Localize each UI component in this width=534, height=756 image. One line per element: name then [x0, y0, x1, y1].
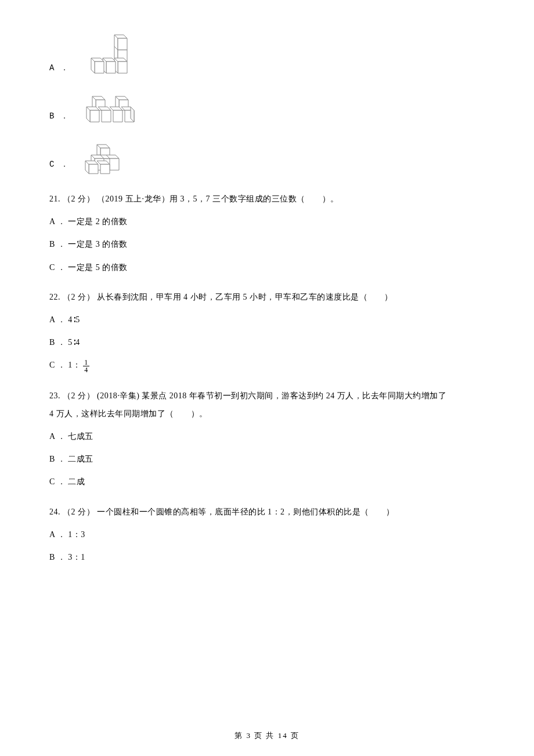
q20-option-a[interactable]: A ．: [49, 34, 508, 79]
q23-stem: 23. （2 分） (2018·辛集) 某景点 2018 年春节初一到初六期间，…: [49, 388, 482, 421]
q23-stem-line1: 23. （2 分） (2018·辛集) 某景点 2018 年春节初一到初六期间，…: [49, 391, 446, 400]
q23-option-a[interactable]: A ． 七成五: [49, 429, 508, 444]
svg-marker-2: [118, 38, 127, 50]
svg-marker-24: [102, 110, 111, 122]
q22-stem: 22. （2 分） 从长春到沈阳，甲车用 4 小时，乙车用 5 小时，甲车和乙车…: [49, 290, 508, 304]
q21-stem: 21. （2 分） （2019 五上·龙华）用 3，5，7 三个数字组成的三位数…: [49, 192, 508, 206]
cube-figure-c: [78, 143, 125, 175]
q24-option-b[interactable]: B ． 3：1: [49, 550, 508, 564]
q22-option-c[interactable]: C ． 1： 1 4: [49, 358, 508, 373]
q21-option-a[interactable]: A ． 一定是 2 的倍数: [49, 214, 508, 229]
svg-marker-26: [113, 110, 122, 122]
q20-option-b[interactable]: B ．: [49, 95, 508, 127]
svg-marker-43: [100, 164, 110, 174]
svg-marker-40: [89, 164, 98, 174]
q23-option-b[interactable]: B ． 二成五: [49, 452, 508, 466]
q21-option-b[interactable]: B ． 一定是 3 的倍数: [49, 237, 508, 251]
q21-option-c[interactable]: C ． 一定是 5 的倍数: [49, 260, 508, 275]
q22-option-b[interactable]: B ． 5∶4: [49, 335, 508, 350]
cube-figure-b: [78, 95, 142, 127]
q23-stem-line2: 4 万人，这样比去年同期增加了（ ）。: [49, 406, 482, 421]
q22-option-a[interactable]: A ． 4∶5: [49, 312, 508, 327]
q20-option-c[interactable]: C ．: [49, 143, 508, 175]
svg-marker-12: [95, 62, 104, 73]
q22-option-c-prefix: C ． 1：: [49, 361, 81, 369]
option-a-label: A ．: [49, 61, 69, 79]
svg-marker-35: [110, 159, 119, 170]
q23-option-c[interactable]: C ． 二成: [49, 474, 508, 489]
svg-marker-6: [118, 62, 127, 73]
q24-stem: 24. （2 分） 一个圆柱和一个圆锥的高相等，底面半径的比 1：2，则他们体积…: [49, 505, 508, 519]
svg-marker-9: [106, 62, 116, 73]
fraction-one-quarter: 1 4: [83, 359, 89, 373]
q24-option-a[interactable]: A ． 1：3: [49, 527, 508, 542]
option-c-label: C ．: [49, 157, 69, 175]
page-footer: 第 3 页 共 14 页: [0, 729, 534, 742]
cube-figure-a: [78, 34, 134, 79]
svg-marker-21: [90, 110, 99, 122]
option-b-label: B ．: [49, 109, 69, 127]
